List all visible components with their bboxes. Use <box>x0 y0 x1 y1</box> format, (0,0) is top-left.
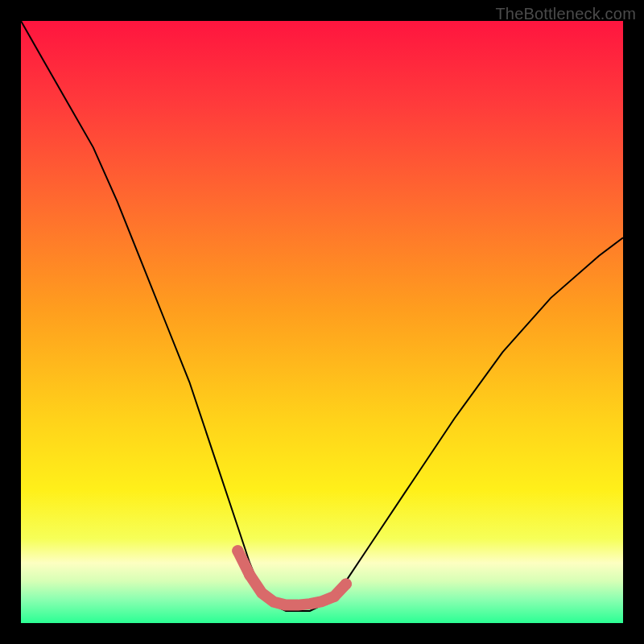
valley-dot-icon <box>232 545 243 556</box>
valley-dot-icon <box>244 569 255 580</box>
curve-svg <box>21 21 623 623</box>
valley-dot-icon <box>328 591 340 602</box>
chart-frame: TheBottleneck.com <box>0 0 644 644</box>
valley-highlight-dots <box>232 545 352 602</box>
bottleneck-curve-line <box>21 21 623 611</box>
plot-gradient-background <box>21 21 623 623</box>
valley-dot-icon <box>341 578 352 589</box>
